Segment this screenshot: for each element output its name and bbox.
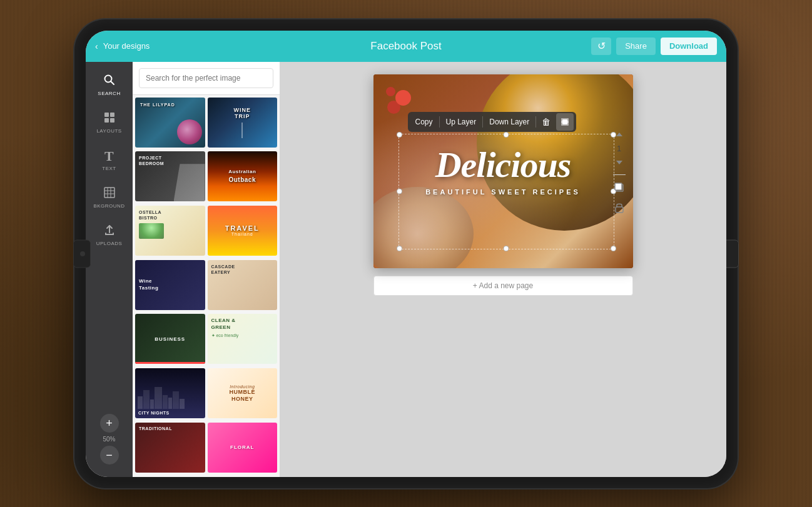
- svg-rect-15: [615, 183, 622, 190]
- undo-button[interactable]: ↺: [591, 38, 611, 55]
- ipad-screen: ‹ Your designs Facebook Post ↺ Share Dow…: [86, 31, 726, 477]
- top-bar-left: ‹ Your designs: [95, 41, 150, 51]
- ipad-frame: ‹ Your designs Facebook Post ↺ Share Dow…: [74, 19, 738, 488]
- list-item[interactable]: AustralianOutback: [208, 151, 278, 201]
- sidebar-item-text[interactable]: T TEXT: [89, 143, 129, 178]
- panel: THE LILYPAD WINETRIP: [133, 62, 280, 477]
- list-item[interactable]: CASCADEEATERY: [208, 260, 278, 310]
- list-item[interactable]: BUSINESS: [135, 314, 205, 364]
- search-icon: [103, 74, 116, 88]
- design-subtitle: BEAUTIFUL SWEET RECIPES: [425, 188, 581, 196]
- list-item[interactable]: TRADITIONAL: [135, 423, 205, 473]
- list-item[interactable]: FLORAL: [208, 423, 278, 473]
- background-icon: [103, 186, 116, 201]
- lock-button[interactable]: [612, 200, 627, 215]
- list-item[interactable]: WINETRIP: [208, 98, 278, 148]
- layer-up-button[interactable]: [612, 128, 627, 141]
- context-divider-1: [439, 116, 440, 128]
- svg-rect-4: [104, 118, 109, 123]
- canvas-design[interactable]: Delicious BEAUTIFUL SWEET RECIPES: [373, 74, 633, 268]
- svg-rect-5: [110, 118, 114, 123]
- list-item[interactable]: Introducing HUMBLEHONEY: [208, 368, 278, 418]
- download-button[interactable]: Download: [661, 38, 717, 55]
- context-divider-3: [535, 116, 536, 128]
- top-bar: ‹ Your designs Facebook Post ↺ Share Dow…: [86, 31, 726, 62]
- list-item[interactable]: THE LILYPAD: [135, 98, 205, 148]
- zoom-level: 50%: [103, 436, 115, 443]
- list-item[interactable]: CITY NIGHTS: [135, 368, 205, 418]
- canvas-wrapper: Copy Up Layer Down Layer 🗑: [373, 74, 633, 268]
- right-controls: 1: [612, 128, 627, 215]
- sidebar-uploads-label: UPLOADS: [96, 241, 123, 246]
- text-icon: T: [104, 149, 114, 163]
- context-copy[interactable]: Copy: [410, 115, 438, 129]
- sidebar-search-label: SEARCH: [98, 91, 120, 96]
- context-down-layer[interactable]: Down Layer: [484, 115, 534, 129]
- zoom-in-button[interactable]: +: [100, 414, 119, 433]
- page-title: Facebook Post: [370, 40, 441, 53]
- sidebar: SEARCH LAYOUTS: [86, 62, 133, 477]
- back-chevron-icon: ‹: [95, 41, 98, 51]
- sidebar-item-search[interactable]: SEARCH: [89, 68, 129, 103]
- sidebar-bottom: + 50% −: [100, 414, 119, 471]
- app-container: ‹ Your designs Facebook Post ↺ Share Dow…: [86, 31, 726, 477]
- svg-rect-16: [616, 207, 623, 213]
- controls-separator: [613, 174, 626, 175]
- design-title: Delicious: [435, 147, 571, 183]
- list-item[interactable]: CLEAN &GREEN ✦ eco friendly: [208, 314, 278, 364]
- share-button[interactable]: Share: [616, 38, 656, 55]
- list-item[interactable]: WineTasting: [135, 260, 205, 310]
- sidebar-item-background[interactable]: BKGROUND: [89, 181, 129, 215]
- sidebar-background-label: BKGROUND: [93, 203, 124, 209]
- templates-grid: THE LILYPAD WINETRIP: [133, 95, 280, 477]
- sidebar-text-label: TEXT: [102, 166, 116, 171]
- duplicate-button[interactable]: [612, 180, 627, 195]
- canvas-text-overlay: Delicious BEAUTIFUL SWEET RECIPES: [373, 74, 633, 268]
- svg-rect-13: [562, 119, 567, 124]
- canvas-area: Copy Up Layer Down Layer 🗑: [280, 62, 726, 477]
- svg-line-1: [111, 81, 114, 84]
- sidebar-item-uploads[interactable]: UPLOADS: [89, 218, 129, 253]
- svg-rect-6: [104, 188, 114, 198]
- main-content: SEARCH LAYOUTS: [86, 62, 726, 477]
- top-bar-right: ↺ Share Download: [591, 38, 717, 55]
- add-page-button[interactable]: + Add a new page: [373, 276, 633, 296]
- list-item[interactable]: PROJECTBEDROOM: [135, 151, 205, 201]
- list-item[interactable]: TRAVEL Thailand: [208, 206, 278, 256]
- sidebar-layouts-label: LAYOUTS: [96, 128, 121, 134]
- context-up-layer[interactable]: Up Layer: [441, 115, 482, 129]
- layer-down-button[interactable]: [612, 156, 627, 169]
- ipad-camera: [80, 251, 85, 256]
- list-item[interactable]: OSTELLABISTRO: [135, 206, 205, 256]
- context-divider-2: [482, 116, 483, 128]
- context-menu: Copy Up Layer Down Layer 🗑: [408, 112, 577, 132]
- svg-rect-3: [110, 113, 114, 117]
- layer-number: 1: [617, 144, 621, 153]
- context-layers-icon[interactable]: [556, 113, 574, 131]
- svg-rect-2: [104, 113, 109, 117]
- context-delete-icon[interactable]: 🗑: [537, 113, 555, 131]
- search-input[interactable]: [139, 68, 273, 88]
- zoom-out-button[interactable]: −: [100, 446, 119, 464]
- back-link[interactable]: Your designs: [103, 41, 150, 51]
- uploads-icon: [103, 224, 116, 238]
- sidebar-item-layouts[interactable]: LAYOUTS: [89, 106, 129, 140]
- search-box: [133, 62, 280, 95]
- layouts-icon: [103, 111, 116, 126]
